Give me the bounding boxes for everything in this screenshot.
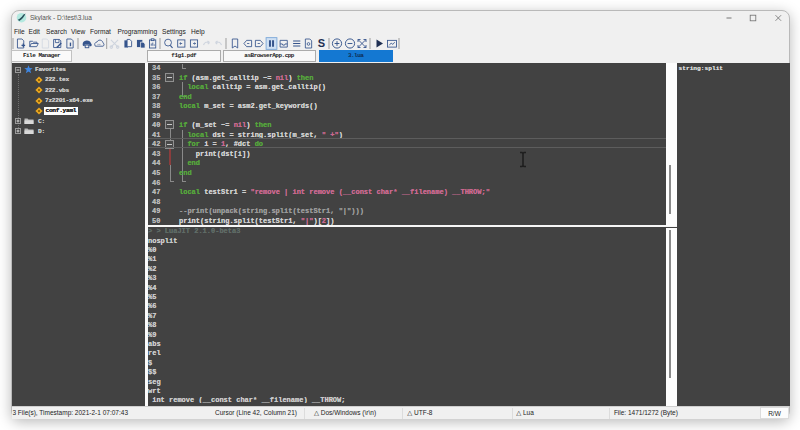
svg-text:S: S [318,37,325,49]
